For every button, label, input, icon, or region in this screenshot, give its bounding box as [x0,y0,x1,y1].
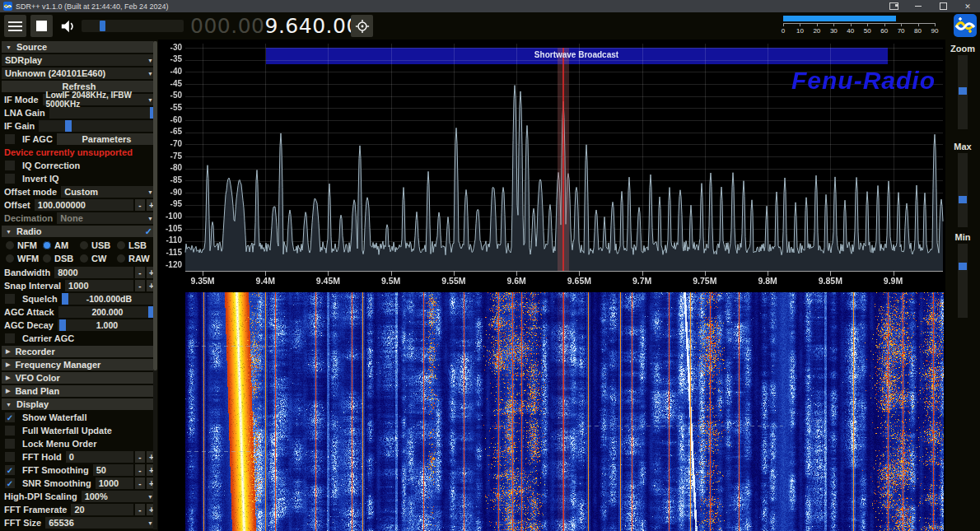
carrier-agc-checkbox[interactable] [5,333,15,343]
fft-framerate-input[interactable]: 20 [71,504,133,515]
min-slider[interactable] [958,244,968,318]
zoom-handle[interactable] [959,87,967,95]
if-gain-handle[interactable] [65,120,72,132]
radio-circle-icon [6,254,14,263]
section-source[interactable]: ▼Source [2,41,156,53]
snap-decrement-button[interactable]: - [135,280,145,291]
expand-icon: ▶ [6,361,10,368]
agc-attack-value: 200.000 [58,307,156,317]
section-display-label: Display [16,399,49,409]
frequency-axis-label: 9.7M [618,276,667,286]
waterfall-canvas[interactable] [165,292,945,531]
lna-gain-slider[interactable] [49,107,156,119]
layout-icon[interactable] [881,0,906,12]
mode-am[interactable]: AM [39,239,76,251]
decimation-select[interactable]: None▼ [57,212,156,224]
dpi-scaling-select[interactable]: 100%▼ [82,491,156,502]
sidebar-scrollbar[interactable] [153,41,157,529]
snr-smoothing-input[interactable]: 1000 [96,477,133,489]
fft-hold-input[interactable]: 0 [66,451,133,463]
fft-smoothing-checkbox[interactable]: ✓ [5,465,15,475]
snr-meter: 0102030405060708090 [776,14,945,39]
invert-iq-checkbox[interactable] [5,174,15,184]
frequency-axis-label: 9.55M [429,276,478,286]
sidebar-scrollbar-thumb[interactable] [153,41,157,370]
fft-hold-decrement-button[interactable]: - [135,451,145,463]
mode-usb[interactable]: USB [76,239,113,251]
mode-raw[interactable]: RAW [113,252,150,264]
section-recorder[interactable]: ▶Recorder [2,346,156,357]
volume-handle[interactable] [100,21,105,31]
offset-input[interactable]: 100.000000 [35,199,133,211]
max-handle[interactable] [959,196,967,203]
fft-size-select[interactable]: 65536▼ [45,517,156,529]
mode-cw[interactable]: CW [76,252,113,264]
chevron-down-icon: ▼ [147,71,153,77]
title-bar: SDR++ v1.1.0 (Built at 21:44:40, Feb 24 … [0,0,980,12]
fft-framerate-decrement-button[interactable]: - [135,504,145,515]
snr-smoothing-decrement-button[interactable]: - [135,477,145,489]
mode-nfm[interactable]: NFM [2,239,39,251]
bandwidth-input[interactable]: 8000 [54,267,133,278]
mode-label: AM [54,240,68,250]
mode-wfm[interactable]: WFM [2,252,39,264]
lock-menu-checkbox[interactable] [5,439,15,449]
snap-interval-input[interactable]: 1000 [65,280,133,291]
section-band-plan[interactable]: ▶Band Plan [2,385,156,397]
agc-attack-slider[interactable]: 200.000 [58,306,156,318]
waterfall-panel[interactable] [165,292,945,531]
zoom-slider[interactable] [958,55,968,129]
band-plan-label: Shortwave Broadcast [527,50,626,59]
iq-correction-checkbox[interactable] [5,161,15,170]
frequency-display[interactable]: 000.009.640.000 [190,14,373,38]
snr-smoothing-value: 1000 [99,478,119,488]
stop-button[interactable] [30,15,53,37]
expand-icon: ▶ [6,348,10,355]
offset-mode-select[interactable]: Custom▼ [61,186,156,198]
section-frequency-manager[interactable]: ▶Frequency Manager [2,359,156,370]
source-device-select[interactable]: Unknown (240101E460)▼ [2,68,156,79]
menu-button[interactable] [4,15,26,37]
mode-lsb[interactable]: LSB [113,239,150,251]
if-mode-select[interactable]: LowIF 2048KHz, IFBW 5000KHz▼ [43,94,156,105]
minimize-button[interactable] [906,0,931,12]
db-axis-label: -95 [165,199,182,208]
section-radio[interactable]: ▼Radio✓ [2,226,156,237]
db-axis-label: -80 [165,163,182,172]
source-driver-select[interactable]: SDRplay▼ [2,54,156,66]
if-agc-checkbox[interactable] [5,134,15,144]
radio-circle-icon [80,241,88,249]
show-waterfall-checkbox[interactable]: ✓ [5,412,15,422]
squelch-checkbox[interactable] [5,294,15,304]
speaker-icon [60,19,77,34]
chevron-down-icon: ▼ [147,216,153,221]
source-device-value: Unknown (240101E460) [5,68,105,78]
squelch-slider[interactable]: -100.000dB [62,293,156,305]
offset-decrement-button[interactable]: - [135,199,145,211]
demod-mode-group: NFMAMUSBLSBWFMDSBCWRAW [2,239,155,265]
full-waterfall-checkbox[interactable] [5,426,15,436]
parameters-button[interactable]: Parameters [57,133,156,145]
bandwidth-decrement-button[interactable]: - [135,267,145,278]
radio-enabled-check-icon[interactable]: ✓ [145,226,152,237]
tuning-mode-button[interactable] [351,15,373,37]
fft-smoothing-decrement-button[interactable]: - [135,464,145,476]
maximize-button[interactable] [931,0,955,12]
mute-button[interactable] [57,15,79,37]
lna-gain-label: LNA Gain [4,108,45,118]
fft-smoothing-input[interactable]: 50 [93,464,133,476]
min-handle[interactable] [959,263,967,270]
fft-hold-checkbox[interactable] [5,452,15,462]
db-axis-label: -105 [165,224,182,233]
section-display[interactable]: ▼Display [2,398,156,410]
close-button[interactable]: ✕ [955,0,980,12]
snr-smoothing-checkbox[interactable]: ✓ [5,478,15,488]
max-slider[interactable] [958,153,968,227]
section-vfo-color[interactable]: ▶VFO Color [2,372,156,384]
if-gain-slider[interactable] [39,120,156,132]
volume-slider[interactable] [82,20,184,32]
frequency-axis-label: 9.6M [492,276,541,286]
mode-dsb[interactable]: DSB [39,252,76,264]
fft-spectrum-panel[interactable]: -30-35-40-45-50-55-60-65-70-75-80-85-90-… [165,40,945,292]
agc-decay-slider[interactable]: 1.000 [58,319,156,331]
